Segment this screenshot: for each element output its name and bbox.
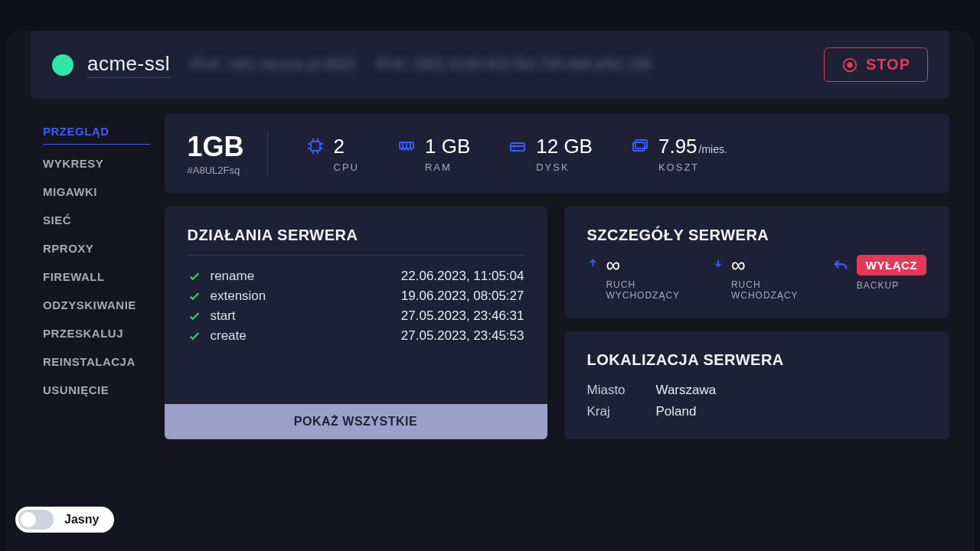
plan-name: 1GB — [188, 131, 244, 163]
sidebar-item-rproxy[interactable]: RPROXY — [43, 234, 165, 262]
backup-label: BACKUP — [857, 280, 926, 291]
action-name: extension — [211, 289, 266, 304]
ram-icon — [397, 137, 416, 155]
spec-cpu: 2 CPU — [306, 135, 359, 173]
spec-plan: 1GB #A8UL2Fsq — [188, 131, 268, 176]
disk-label: DYSK — [536, 161, 593, 173]
ipv6-address: IPv6: 2001:41d0:602:f54:700:dd6:af91:246 — [376, 57, 652, 73]
check-icon — [188, 309, 201, 323]
theme-label: Jasny — [64, 513, 99, 527]
cost-label: KOSZT — [658, 161, 727, 173]
action-time: 19.06.2023, 08:05:27 — [401, 289, 524, 304]
location-country-row: Kraj Poland — [587, 401, 927, 422]
disk-icon — [508, 137, 527, 155]
action-row: start 27.05.2023, 23:46:31 — [188, 306, 524, 326]
action-time: 22.06.2023, 11:05:04 — [401, 269, 524, 284]
server-details-title: SZCZEGÓŁY SERWERA — [587, 227, 927, 244]
sidebar-item-reinstall[interactable]: REINSTALACJA — [43, 347, 165, 376]
stop-button[interactable]: STOP — [824, 47, 928, 82]
cpu-icon — [306, 137, 325, 155]
theme-toggle[interactable]: Jasny — [15, 507, 114, 533]
action-time: 27.05.2023, 23:46:31 — [401, 308, 524, 324]
server-name[interactable]: acme-ssl — [87, 52, 170, 78]
sidebar-item-snapshots[interactable]: MIGAWKI — [43, 178, 165, 206]
sidebar-item-firewall[interactable]: FIREWALL — [43, 262, 165, 291]
cost-icon — [631, 137, 649, 155]
server-location-card: LOKALIZACJA SERWERA Miasto Warszawa Kraj… — [564, 331, 950, 439]
backup-toggle-button[interactable]: WYŁĄCZ — [857, 255, 926, 276]
check-icon — [188, 329, 201, 343]
location-country-key: Kraj — [587, 404, 633, 419]
action-row: create 27.05.2023, 23:45:53 — [188, 326, 524, 346]
cpu-label: CPU — [334, 161, 359, 173]
server-details-card: SZCZEGÓŁY SERWERA ∞ RUCH WYCHODZĄCY — [564, 207, 950, 318]
spec-disk: 12 GB DYSK — [508, 135, 593, 173]
arrow-down-icon — [713, 256, 724, 270]
stop-icon — [841, 57, 858, 73]
ram-value: 1 GB — [425, 135, 470, 158]
server-actions-card: DZIAŁANIA SERWERA rename 22.06.2023, 11:… — [165, 207, 547, 439]
disk-value: 12 GB — [536, 135, 593, 158]
specs-panel: 1GB #A8UL2Fsq 2 CPU 1 GB RAM — [165, 114, 950, 193]
spec-ram: 1 GB RAM — [397, 135, 470, 173]
action-name: start — [211, 308, 236, 324]
traffic-in-value: ∞ — [731, 255, 802, 275]
action-row: extension 19.06.2023, 08:05:27 — [188, 286, 524, 306]
action-name: rename — [211, 269, 255, 284]
sidebar-item-charts[interactable]: WYKRESY — [43, 149, 165, 178]
plan-id: #A8UL2Fsq — [188, 165, 244, 176]
ipv4-address: IPv4: nat1.secure.pl:4932 — [190, 57, 356, 73]
sidebar: PRZEGLĄD WYKRESY MIGAWKI SIEĆ RPROXY FIR… — [6, 114, 165, 439]
status-indicator-icon — [52, 54, 74, 76]
server-location-title: LOKALIZACJA SERWERA — [587, 351, 927, 369]
stop-button-label: STOP — [866, 56, 910, 73]
sidebar-item-rescale[interactable]: PRZESKALUJ — [43, 319, 165, 347]
sidebar-item-overview[interactable]: PRZEGLĄD — [43, 117, 150, 145]
location-city-key: Miasto — [587, 383, 633, 398]
svg-rect-2 — [311, 142, 320, 151]
traffic-in-label: RUCH WCHODZĄCY — [731, 279, 802, 301]
svg-point-1 — [848, 63, 852, 67]
spec-cost: 7.95/mies. KOSZT — [631, 135, 727, 173]
ram-label: RAM — [425, 161, 470, 173]
action-row: rename 22.06.2023, 11:05:04 — [188, 266, 524, 286]
action-name: create — [211, 328, 247, 344]
cpu-value: 2 — [334, 135, 345, 158]
server-header: acme-ssl IPv4: nat1.secure.pl:4932 IPv6:… — [31, 31, 949, 99]
traffic-in: ∞ RUCH WCHODZĄCY — [713, 255, 802, 301]
backup-block: WYŁĄCZ BACKUP — [832, 255, 926, 291]
sidebar-item-network[interactable]: SIEĆ — [43, 206, 165, 234]
check-icon — [188, 269, 201, 283]
sidebar-item-recovery[interactable]: ODZYSKIWANIE — [43, 291, 165, 319]
location-city-value: Warszawa — [656, 383, 717, 398]
traffic-out-label: RUCH WYCHODZĄCY — [606, 279, 682, 301]
traffic-out: ∞ RUCH WYCHODZĄCY — [587, 255, 683, 301]
arrow-up-icon — [587, 256, 599, 270]
server-actions-title: DZIAŁANIA SERWERA — [188, 227, 524, 244]
sidebar-item-delete[interactable]: USUNIĘCIE — [43, 376, 165, 404]
cost-value: 7.95/mies. — [658, 135, 727, 158]
undo-icon — [832, 258, 849, 275]
divider — [188, 255, 524, 256]
show-all-button[interactable]: POKAŻ WSZYSTKIE — [165, 404, 547, 439]
action-time: 27.05.2023, 23:45:53 — [401, 328, 524, 344]
location-country-value: Poland — [656, 404, 697, 419]
check-icon — [188, 289, 201, 303]
toggle-track-icon — [18, 510, 54, 530]
traffic-out-value: ∞ — [606, 255, 682, 275]
location-city-row: Miasto Warszawa — [587, 380, 927, 401]
